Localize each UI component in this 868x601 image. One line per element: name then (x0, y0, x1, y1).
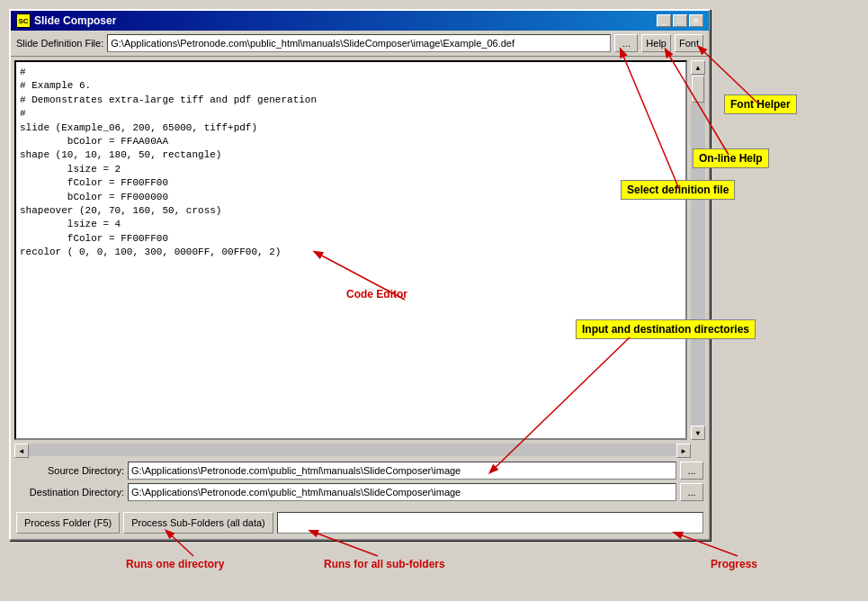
title-buttons: _ □ ✕ (657, 14, 703, 27)
bottom-fields: Source Directory: ... Destination Direct… (11, 458, 709, 508)
runs-one-annotation: Runs one directory (126, 558, 224, 570)
process-folder-button[interactable]: Process Folder (F5) (16, 512, 120, 534)
minimize-button[interactable]: _ (657, 14, 671, 27)
help-button[interactable]: Help (641, 34, 671, 52)
scroll-right-button[interactable]: ► (676, 444, 691, 458)
source-directory-input[interactable] (128, 462, 676, 480)
source-directory-row: Source Directory: ... (16, 462, 703, 480)
font-helper-annotation: Font Helper (724, 94, 797, 114)
scroll-down-button[interactable]: ▼ (691, 426, 705, 440)
main-window: SC Slide Composer _ □ ✕ Slide Definition… (9, 9, 711, 541)
select-definition-annotation: Select definition file (621, 180, 735, 200)
hscroll-track[interactable] (29, 444, 676, 456)
toolbar: Slide Definition File: ... Help Font (11, 31, 709, 57)
app-icon: SC (16, 13, 31, 28)
toolbar-file-label: Slide Definition File: (16, 38, 103, 49)
action-row: Process Folder (F5) Process Sub-Folders … (11, 508, 709, 539)
source-browse-button[interactable]: ... (680, 462, 703, 480)
hscroll-corner (691, 444, 705, 458)
scroll-up-button[interactable]: ▲ (691, 60, 705, 75)
vertical-scrollbar[interactable]: ▲ ▼ (691, 60, 705, 440)
progress-bar (277, 512, 703, 534)
title-bar: SC Slide Composer _ □ ✕ (11, 11, 709, 31)
close-button[interactable]: ✕ (689, 14, 703, 27)
process-subfolders-button[interactable]: Process Sub-Folders (all data) (123, 512, 273, 534)
content-area: # # Example 6. # Demonstrates extra-larg… (11, 57, 709, 444)
hscroll-row: ◄ ► (14, 444, 705, 458)
progress-annotation: Progress (711, 558, 757, 570)
scroll-left-button[interactable]: ◄ (14, 444, 29, 458)
online-help-annotation: On-line Help (693, 148, 769, 168)
scroll-track[interactable] (691, 75, 705, 426)
file-path-input[interactable] (107, 34, 611, 52)
window-title: Slide Composer (34, 14, 116, 27)
dest-label: Destination Directory: (16, 487, 124, 498)
browse-button[interactable]: ... (614, 34, 638, 52)
font-button[interactable]: Font (675, 34, 703, 52)
scroll-thumb[interactable] (692, 76, 704, 103)
dest-directory-row: Destination Directory: ... (16, 483, 703, 501)
dest-browse-button[interactable]: ... (680, 483, 703, 501)
code-editor-annotation: Code Editor (346, 288, 407, 300)
title-bar-left: SC Slide Composer (16, 13, 116, 28)
runs-subfolders-annotation: Runs for all sub-folders (324, 558, 445, 570)
input-destination-annotation: Input and destination directories (576, 319, 756, 339)
code-editor[interactable]: # # Example 6. # Demonstrates extra-larg… (14, 60, 687, 440)
source-label: Source Directory: (16, 465, 124, 476)
maximize-button[interactable]: □ (673, 14, 687, 27)
dest-directory-input[interactable] (128, 483, 676, 501)
